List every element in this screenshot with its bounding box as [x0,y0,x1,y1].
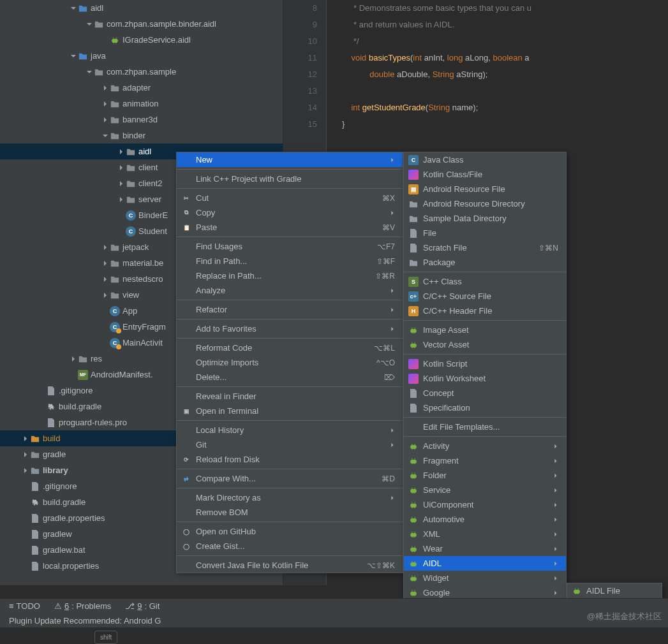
menu-item-optimize[interactable]: Optimize Imports^⌥O [177,355,403,370]
file-icon [46,418,56,428]
menu-item-scratch[interactable]: Scratch File⇧⌘N [404,240,566,255]
package-icon [126,147,136,157]
menu-item-uicomponent[interactable]: UiComponent [404,497,566,512]
menu-item-vector-asset[interactable]: Vector Asset [404,337,566,352]
resource-icon: ▤ [408,184,419,194]
menu-item-compare[interactable]: ⇄Compare With...⌘D [177,471,403,486]
class-icon: C [110,338,120,348]
context-menu[interactable]: New Link C++ Project with Gradle ✂Cut⌘X … [176,152,403,573]
menu-item-cpp-source[interactable]: c+C/C++ Source File [404,289,566,304]
copy-icon: ⧉ [181,208,191,218]
menu-item-reformat[interactable]: Reformat Code⌥⌘L [177,340,403,355]
menu-item-refactor[interactable]: Refactor [177,302,403,317]
gradle-icon: 🐘 [30,497,40,508]
tree-item[interactable]: banner3d [0,112,283,128]
menu-item-sample-data[interactable]: Sample Data Directory [404,211,566,226]
menu-item-kotlin-script[interactable]: Kotlin Script [404,356,566,371]
tree-item[interactable]: binder [0,128,283,143]
tool-window-bar[interactable]: ≡ TODO ⚠ 6: Problems ⎇ 9: Git [0,598,668,613]
kotlin-icon [408,359,419,369]
menu-item-activity[interactable]: Activity [404,439,566,453]
menu-item-aidl[interactable]: AIDL [404,556,566,571]
tree-item[interactable]: com.zhpan.sample [0,64,283,80]
package-icon [110,274,120,284]
git-button[interactable]: ⎇ 9: Git [125,601,160,611]
package-icon [110,115,120,125]
menu-item-find-in-path[interactable]: Find in Path...⇧⌘F [177,254,403,268]
menu-item-remove-bom[interactable]: Remove BOM [177,505,403,520]
class-icon: C [126,226,136,237]
menu-item-find-usages[interactable]: Find Usages⌥F7 [177,239,403,254]
menu-item-git[interactable]: Git [177,437,403,452]
menu-item-folder-sub[interactable]: Folder [404,468,566,483]
tree-item[interactable]: com.zhpan.sample.binder.aidl [0,16,283,32]
menu-item-add-favorites[interactable]: Add to Favorites [177,321,403,336]
menu-item-android-resource-dir[interactable]: Android Resource Directory [404,196,566,211]
package-icon [110,99,120,109]
file-icon [408,403,419,413]
android-icon [408,471,419,481]
menu-item-analyze[interactable]: Analyze [177,283,403,298]
tree-item[interactable]: java [0,48,283,64]
module-icon [30,465,40,476]
tree-item[interactable]: aidl [0,0,283,16]
todo-button[interactable]: ≡ TODO [9,601,40,611]
menu-item-image-asset[interactable]: Image Asset [404,323,566,337]
menu-item-service[interactable]: Service [404,483,566,497]
menu-item-local-history[interactable]: Local History [177,423,403,437]
folder-icon [78,3,88,13]
class-icon: C [110,306,120,316]
file-icon [408,228,419,238]
menu-item-delete[interactable]: Delete...⌦ [177,370,403,384]
menu-item-paste[interactable]: 📋Paste⌘V [177,220,403,235]
menu-item-github[interactable]: ◯Open on GitHub [177,524,403,539]
menu-item-widget[interactable]: Widget [404,571,566,585]
menu-item-cut[interactable]: ✂Cut⌘X [177,191,403,205]
menu-item-reveal[interactable]: Reveal in Finder [177,389,403,404]
menu-item-specification[interactable]: Specification [404,400,566,415]
menu-item-kotlin-class[interactable]: Kotlin Class/File [404,167,566,182]
aidl-submenu[interactable]: AIDL File [567,583,662,599]
file-icon [408,388,419,399]
menu-item-convert-kotlin[interactable]: Convert Java File to Kotlin File⌥⇧⌘K [177,558,403,573]
android-icon [408,588,419,598]
menu-item-package[interactable]: Package [404,255,566,270]
menu-item-replace-in-path[interactable]: Replace in Path...⇧⌘R [177,268,403,283]
menu-item-copy[interactable]: ⧉Copy [177,205,403,220]
menu-item-automotive[interactable]: Automotive [404,512,566,527]
package-icon [110,290,120,300]
problems-button[interactable]: ⚠ 6: Problems [54,601,111,611]
tree-item[interactable]: IGradeService.aidl [0,32,283,48]
menu-item-xml[interactable]: XML [404,527,566,541]
menu-item-cpp-header[interactable]: HC/C++ Header File [404,304,566,318]
menu-item-link-cpp[interactable]: Link C++ Project with Gradle [177,172,403,186]
menu-item-file[interactable]: File [404,226,566,240]
menu-item-fragment[interactable]: Fragment [404,453,566,468]
package-icon [94,19,104,29]
folder-icon [78,354,88,364]
file-icon [30,545,40,555]
cpp-icon: c+ [408,291,419,302]
menu-item-android-resource-file[interactable]: ▤Android Resource File [404,182,566,196]
tree-item[interactable]: animation [0,96,283,112]
menu-item-gist[interactable]: ◯Create Gist... [177,539,403,553]
file-icon [46,386,56,396]
menu-item-mark-dir[interactable]: Mark Directory as [177,490,403,505]
menu-item-new[interactable]: New [177,152,403,167]
folder-icon [30,450,40,460]
cpp-icon: S [408,277,419,287]
package-icon [126,179,136,189]
menu-item-edit-templates[interactable]: Edit File Templates... [404,420,566,434]
menu-item-terminal[interactable]: ▣Open in Terminal [177,404,403,418]
menu-item-cpp-class[interactable]: SC++ Class [404,274,566,289]
menu-item-java-class[interactable]: CJava Class [404,152,566,167]
package-icon [110,258,120,268]
new-submenu[interactable]: CJava Class Kotlin Class/File ▤Android R… [403,152,567,615]
menu-item-wear[interactable]: Wear [404,541,566,556]
menu-item-reload[interactable]: ⟳Reload from Disk [177,452,403,467]
menu-item-aidl-file[interactable]: AIDL File [567,583,662,598]
menu-item-concept[interactable]: Concept [404,386,566,400]
tree-item[interactable]: adapter [0,80,283,96]
android-icon [408,573,419,583]
menu-item-kotlin-worksheet[interactable]: Kotlin Worksheet [404,371,566,386]
